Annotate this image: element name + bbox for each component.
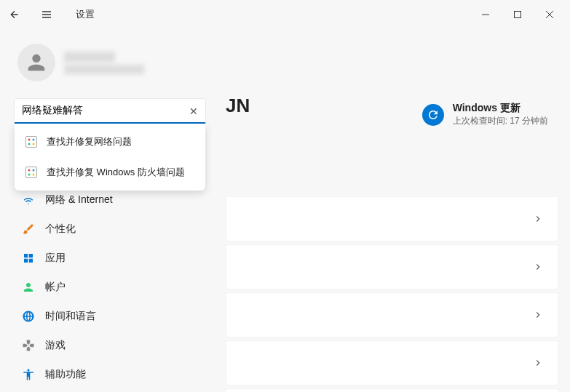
maximize-icon: [513, 10, 522, 19]
user-info: [64, 52, 144, 74]
svg-point-5: [33, 143, 35, 145]
avatar: [17, 44, 55, 81]
globe-icon: [22, 310, 35, 323]
window-title: 设置: [76, 8, 95, 21]
hamburger-icon: [41, 9, 52, 20]
user-area[interactable]: [15, 44, 218, 81]
sidebar-item-label: 辅助功能: [45, 368, 86, 381]
setting-row[interactable]: [226, 292, 558, 337]
nav-list: 网络 & Internet个性化应用帐户时间和语言游戏辅助功能: [15, 186, 218, 388]
clear-search-button[interactable]: ✕: [189, 105, 198, 117]
arrow-left-icon: [9, 9, 20, 20]
search-input[interactable]: [15, 99, 205, 124]
settings-list: [226, 196, 558, 392]
troubleshoot-icon: [25, 135, 38, 148]
minimize-button[interactable]: [480, 9, 491, 20]
chevron-right-icon: [533, 262, 543, 272]
svg-point-7: [28, 169, 31, 172]
sidebar-item-label: 个性化: [45, 223, 76, 236]
sidebar-item-label: 应用: [45, 252, 66, 265]
svg-rect-1: [26, 137, 37, 148]
titlebar: 设置: [0, 0, 570, 29]
chevron-right-icon: [533, 310, 543, 320]
game-icon: [22, 339, 35, 352]
setting-row[interactable]: [226, 244, 558, 289]
person-icon: [24, 50, 49, 75]
menu-button[interactable]: [38, 6, 55, 23]
svg-point-9: [28, 174, 31, 176]
suggestion-label: 查找并修复 Windows 防火墙问题: [47, 166, 185, 179]
apps-icon: [22, 252, 35, 265]
search-area: ✕ 查找并修复网络问题 查找并修复 Windows 防火墙问题: [15, 99, 218, 124]
setting-row[interactable]: [226, 388, 558, 392]
sidebar-item-personalize[interactable]: 个性化: [15, 215, 218, 243]
sidebar-item-label: 时间和语言: [45, 310, 96, 323]
sidebar-item-label: 网络 & Internet: [45, 193, 113, 207]
sidebar-item-label: 帐户: [45, 281, 66, 294]
chevron-right-icon: [533, 358, 543, 368]
setting-row[interactable]: [226, 196, 558, 241]
suggestion-item[interactable]: 查找并修复网络问题: [15, 127, 205, 157]
update-subtitle: 上次检查时间: 17 分钟前: [453, 115, 548, 127]
chevron-right-icon: [533, 214, 543, 224]
suggestion-item[interactable]: 查找并修复 Windows 防火墙问题: [15, 157, 205, 188]
close-icon: [545, 10, 554, 19]
svg-point-10: [33, 174, 35, 176]
wifi-icon: [22, 193, 35, 207]
sidebar-item-apps[interactable]: 应用: [15, 244, 218, 272]
close-button[interactable]: [544, 9, 555, 20]
search-suggestions: 查找并修复网络问题 查找并修复 Windows 防火墙问题: [15, 124, 205, 191]
sidebar: ✕ 查找并修复网络问题 查找并修复 Windows 防火墙问题 网络 & Int…: [0, 29, 218, 392]
windows-update-card[interactable]: Windows 更新 上次检查时间: 17 分钟前: [422, 102, 548, 127]
svg-point-2: [28, 139, 31, 141]
person-icon: [22, 281, 35, 294]
svg-rect-0: [515, 12, 521, 18]
troubleshoot-icon: [25, 166, 38, 179]
maximize-button[interactable]: [512, 9, 523, 20]
suggestion-label: 查找并修复网络问题: [47, 135, 132, 148]
sidebar-item-time[interactable]: 时间和语言: [15, 303, 218, 330]
svg-rect-6: [26, 167, 37, 178]
sidebar-item-accounts[interactable]: 帐户: [15, 273, 218, 301]
minimize-icon: [481, 10, 490, 19]
page-heading: JN: [226, 95, 250, 117]
sidebar-item-accessibility[interactable]: 辅助功能: [15, 361, 218, 388]
svg-point-3: [33, 139, 35, 141]
brush-icon: [22, 223, 35, 236]
user-email: [64, 65, 144, 74]
back-button[interactable]: [6, 6, 23, 23]
update-title: Windows 更新: [453, 102, 548, 115]
sidebar-item-label: 游戏: [45, 339, 66, 352]
update-icon: [422, 104, 444, 126]
access-icon: [22, 368, 35, 381]
main-panel: JN Windows 更新 上次检查时间: 17 分钟前: [218, 29, 570, 392]
setting-row[interactable]: [226, 340, 558, 385]
svg-point-8: [33, 169, 35, 172]
sidebar-item-gaming[interactable]: 游戏: [15, 332, 218, 359]
user-name: [64, 52, 115, 63]
refresh-icon: [427, 108, 440, 121]
svg-point-4: [28, 143, 31, 145]
